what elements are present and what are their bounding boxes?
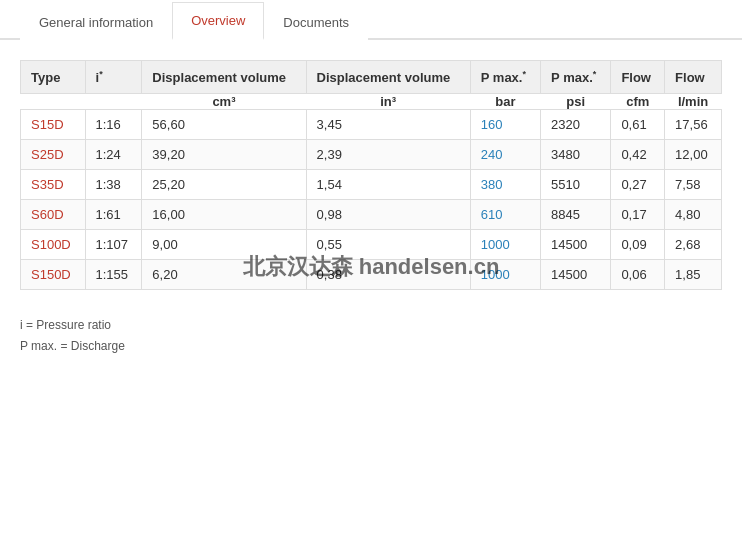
tabs-bar: General information Overview Documents bbox=[0, 0, 742, 40]
cell-i: 1:24 bbox=[85, 140, 142, 170]
table-body: S15D1:1656,603,4516023200,6117,56S25D1:2… bbox=[21, 110, 722, 290]
cell-flow-lmin: 17,56 bbox=[665, 110, 722, 140]
subheader-cm3: cm³ bbox=[142, 94, 306, 110]
col-header-i: i* bbox=[85, 61, 142, 94]
col-header-pmax-bar: P max.* bbox=[470, 61, 540, 94]
cell-pmax-psi: 14500 bbox=[541, 260, 611, 290]
col-header-flow-lmin: Flow bbox=[665, 61, 722, 94]
cell-i: 1:61 bbox=[85, 200, 142, 230]
cell-flow-lmin: 4,80 bbox=[665, 200, 722, 230]
cell-i: 1:38 bbox=[85, 170, 142, 200]
subheader-type bbox=[21, 94, 86, 110]
cell-type[interactable]: S100D bbox=[21, 230, 86, 260]
footnotes: i = Pressure ratio P max. = Discharge bbox=[0, 305, 742, 366]
cell-pmax-bar: 1000 bbox=[470, 230, 540, 260]
cell-pmax-bar: 380 bbox=[470, 170, 540, 200]
table-header-row: Type i* Displacement volume Displacement… bbox=[21, 61, 722, 94]
cell-i: 1:107 bbox=[85, 230, 142, 260]
subheader-psi: psi bbox=[541, 94, 611, 110]
col-header-flow-cfm: Flow bbox=[611, 61, 665, 94]
table-row: S150D1:1556,200,381000145000,061,85 bbox=[21, 260, 722, 290]
cell-pmax-bar: 240 bbox=[470, 140, 540, 170]
cell-pmax-bar: 610 bbox=[470, 200, 540, 230]
col-header-disp-cm3: Displacement volume bbox=[142, 61, 306, 94]
cell-type[interactable]: S25D bbox=[21, 140, 86, 170]
cell-disp-in3: 0,55 bbox=[306, 230, 470, 260]
cell-flow-cfm: 0,09 bbox=[611, 230, 665, 260]
cell-flow-cfm: 0,42 bbox=[611, 140, 665, 170]
subheader-lmin: l/min bbox=[665, 94, 722, 110]
tab-general-information[interactable]: General information bbox=[20, 4, 172, 40]
cell-pmax-bar: 160 bbox=[470, 110, 540, 140]
footnote-1: i = Pressure ratio bbox=[20, 315, 722, 335]
cell-disp-in3: 0,98 bbox=[306, 200, 470, 230]
tab-documents[interactable]: Documents bbox=[264, 4, 368, 40]
cell-pmax-psi: 8845 bbox=[541, 200, 611, 230]
cell-type[interactable]: S150D bbox=[21, 260, 86, 290]
cell-i: 1:16 bbox=[85, 110, 142, 140]
subheader-bar: bar bbox=[470, 94, 540, 110]
cell-pmax-bar: 1000 bbox=[470, 260, 540, 290]
cell-type[interactable]: S15D bbox=[21, 110, 86, 140]
cell-flow-cfm: 0,61 bbox=[611, 110, 665, 140]
cell-disp-cm3: 25,20 bbox=[142, 170, 306, 200]
tab-overview[interactable]: Overview bbox=[172, 2, 264, 40]
cell-flow-lmin: 1,85 bbox=[665, 260, 722, 290]
table-subheader-row: cm³ in³ bar psi cfm l/min bbox=[21, 94, 722, 110]
cell-disp-cm3: 56,60 bbox=[142, 110, 306, 140]
col-header-type: Type bbox=[21, 61, 86, 94]
cell-pmax-psi: 2320 bbox=[541, 110, 611, 140]
cell-flow-cfm: 0,06 bbox=[611, 260, 665, 290]
footnote-2: P max. = Discharge bbox=[20, 336, 722, 356]
subheader-cfm: cfm bbox=[611, 94, 665, 110]
cell-flow-lmin: 7,58 bbox=[665, 170, 722, 200]
cell-disp-cm3: 6,20 bbox=[142, 260, 306, 290]
table-row: S100D1:1079,000,551000145000,092,68 bbox=[21, 230, 722, 260]
cell-pmax-psi: 5510 bbox=[541, 170, 611, 200]
cell-disp-in3: 0,38 bbox=[306, 260, 470, 290]
data-table: Type i* Displacement volume Displacement… bbox=[20, 60, 722, 290]
subheader-i bbox=[85, 94, 142, 110]
cell-flow-cfm: 0,27 bbox=[611, 170, 665, 200]
cell-i: 1:155 bbox=[85, 260, 142, 290]
cell-type[interactable]: S35D bbox=[21, 170, 86, 200]
cell-flow-lmin: 12,00 bbox=[665, 140, 722, 170]
cell-disp-in3: 1,54 bbox=[306, 170, 470, 200]
cell-disp-cm3: 16,00 bbox=[142, 200, 306, 230]
table-row: S35D1:3825,201,5438055100,277,58 bbox=[21, 170, 722, 200]
cell-disp-cm3: 9,00 bbox=[142, 230, 306, 260]
cell-pmax-psi: 14500 bbox=[541, 230, 611, 260]
cell-disp-in3: 3,45 bbox=[306, 110, 470, 140]
subheader-in3: in³ bbox=[306, 94, 470, 110]
data-table-container: Type i* Displacement volume Displacement… bbox=[0, 60, 742, 290]
col-header-disp-in3: Displacement volume bbox=[306, 61, 470, 94]
cell-flow-cfm: 0,17 bbox=[611, 200, 665, 230]
cell-pmax-psi: 3480 bbox=[541, 140, 611, 170]
table-row: S60D1:6116,000,9861088450,174,80 bbox=[21, 200, 722, 230]
cell-disp-in3: 2,39 bbox=[306, 140, 470, 170]
table-row: S15D1:1656,603,4516023200,6117,56 bbox=[21, 110, 722, 140]
col-header-pmax-psi: P max.* bbox=[541, 61, 611, 94]
cell-disp-cm3: 39,20 bbox=[142, 140, 306, 170]
table-row: S25D1:2439,202,3924034800,4212,00 bbox=[21, 140, 722, 170]
cell-type[interactable]: S60D bbox=[21, 200, 86, 230]
cell-flow-lmin: 2,68 bbox=[665, 230, 722, 260]
